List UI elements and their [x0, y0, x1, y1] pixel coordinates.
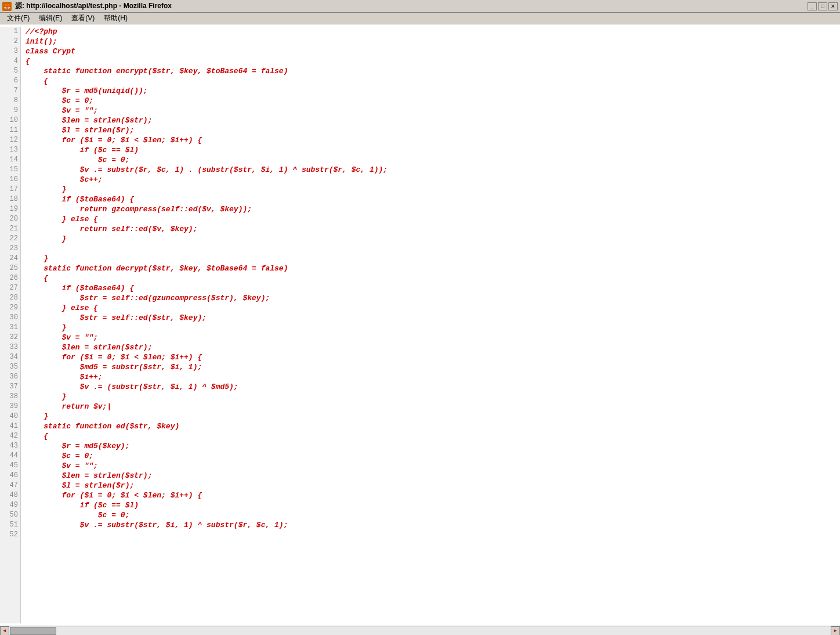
line-number: 45 [2, 461, 18, 471]
code-line: for ($i = 0; $i < $len; $i++) { [26, 490, 835, 500]
maximize-button[interactable]: □ [818, 2, 827, 10]
code-line: $v = ""; [26, 333, 835, 342]
minimize-button[interactable]: _ [808, 2, 817, 10]
line-number: 47 [2, 481, 18, 490]
code-line: static function encrypt($str, $key, $toB… [26, 66, 835, 76]
code-line: { [26, 76, 835, 86]
code-line: $v = ""; [26, 106, 835, 116]
code-line: $i++; [26, 372, 835, 382]
line-number: 49 [2, 500, 18, 510]
horizontal-scrollbar[interactable]: ◄ ► [0, 626, 840, 635]
line-number: 44 [2, 451, 18, 461]
line-number: 52 [2, 530, 18, 540]
scroll-left-button[interactable]: ◄ [0, 626, 9, 636]
code-line: } [26, 185, 835, 194]
line-number: 8 [2, 96, 18, 106]
line-number: 21 [2, 224, 18, 234]
line-number: 36 [2, 372, 18, 382]
code-line: $v = ""; [26, 461, 835, 471]
code-line: $l = strlen($r); [26, 125, 835, 135]
line-number: 29 [2, 303, 18, 313]
code-line: //<?php [26, 27, 835, 37]
code-line: $l = strlen($r); [26, 481, 835, 490]
window-controls: _ □ ✕ [808, 2, 838, 10]
scroll-right-button[interactable]: ► [831, 626, 840, 636]
line-number: 41 [2, 421, 18, 431]
code-line: $len = strlen($str); [26, 116, 835, 125]
line-number: 19 [2, 204, 18, 214]
line-number: 20 [2, 214, 18, 224]
code-line: return self::ed($v, $key); [26, 224, 835, 234]
line-number: 17 [2, 185, 18, 194]
code-line: { [26, 56, 835, 66]
code-area[interactable]: 1234567891011121314151617181920212223242… [0, 24, 840, 626]
line-number: 25 [2, 264, 18, 273]
code-line: $r = md5($key); [26, 441, 835, 451]
menu-bar: 文件(F) 编辑(E) 查看(V) 帮助(H) [0, 13, 840, 24]
code-line: $r = md5(uniqid()); [26, 86, 835, 96]
menu-edit[interactable]: 编辑(E) [34, 12, 67, 24]
line-number: 46 [2, 471, 18, 481]
line-number: 31 [2, 323, 18, 333]
code-line: if ($toBase64) { [26, 283, 835, 293]
menu-help[interactable]: 帮助(H) [99, 12, 132, 24]
code-line: } else { [26, 303, 835, 313]
code-line: $len = strlen($str); [26, 471, 835, 481]
line-number: 12 [2, 135, 18, 145]
line-number: 5 [2, 66, 18, 76]
code-line: return $v;| [26, 402, 835, 412]
code-line: $c = 0; [26, 510, 835, 520]
code-line: if ($toBase64) { [26, 194, 835, 204]
menu-view[interactable]: 查看(V) [67, 12, 99, 24]
code-line: return gzcompress(self::ed($v, $key)); [26, 204, 835, 214]
line-number: 1 [2, 27, 18, 37]
code-line: $v .= substr($r, $c, 1) . (substr($str, … [26, 165, 835, 175]
line-number: 13 [2, 145, 18, 155]
code-line: for ($i = 0; $i < $len; $i++) { [26, 135, 835, 145]
line-number: 15 [2, 165, 18, 175]
code-line: } [26, 254, 835, 264]
line-number: 26 [2, 273, 18, 283]
code-line: $str = self::ed($str, $key); [26, 313, 835, 323]
line-number: 9 [2, 106, 18, 116]
scroll-track[interactable] [9, 626, 831, 636]
line-number: 30 [2, 313, 18, 323]
code-line: } [26, 323, 835, 333]
scroll-thumb[interactable] [10, 627, 56, 635]
line-number: 18 [2, 194, 18, 204]
menu-file[interactable]: 文件(F) [2, 12, 34, 24]
code-line: static function decrypt($str, $key, $toB… [26, 264, 835, 273]
line-number: 37 [2, 382, 18, 392]
line-number: 42 [2, 431, 18, 441]
code-line: } [26, 234, 835, 244]
line-number: 3 [2, 46, 18, 56]
code-line: } else { [26, 214, 835, 224]
code-line: $c = 0; [26, 155, 835, 165]
code-line: class Crypt [26, 46, 835, 56]
code-line: $c = 0; [26, 96, 835, 106]
line-number: 50 [2, 510, 18, 520]
line-numbers: 1234567891011121314151617181920212223242… [0, 27, 21, 623]
code-line: if ($c == $l) [26, 145, 835, 155]
code-line: $len = strlen($str); [26, 342, 835, 352]
line-number: 22 [2, 234, 18, 244]
code-line: $md5 = substr($str, $i, 1); [26, 362, 835, 372]
line-number: 24 [2, 254, 18, 264]
code-line: static function ed($str, $key) [26, 421, 835, 431]
line-number: 35 [2, 362, 18, 372]
line-number: 14 [2, 155, 18, 165]
code-line: init(); [26, 37, 835, 46]
code-line: } [26, 392, 835, 402]
title-bar: 🦊 源: http://localhost/api/test.php - Moz… [0, 0, 840, 13]
line-number: 39 [2, 402, 18, 412]
code-line: { [26, 273, 835, 283]
line-number: 43 [2, 441, 18, 451]
close-button[interactable]: ✕ [828, 2, 838, 10]
code-content[interactable]: //<?phpinit();class Crypt{ static functi… [21, 27, 840, 623]
code-line: if ($c == $l) [26, 500, 835, 510]
line-number: 28 [2, 293, 18, 303]
line-number: 32 [2, 333, 18, 342]
line-number: 51 [2, 520, 18, 530]
code-line: $str = self::ed(gzuncompress($str), $key… [26, 293, 835, 303]
code-line: for ($i = 0; $i < $len; $i++) { [26, 352, 835, 362]
